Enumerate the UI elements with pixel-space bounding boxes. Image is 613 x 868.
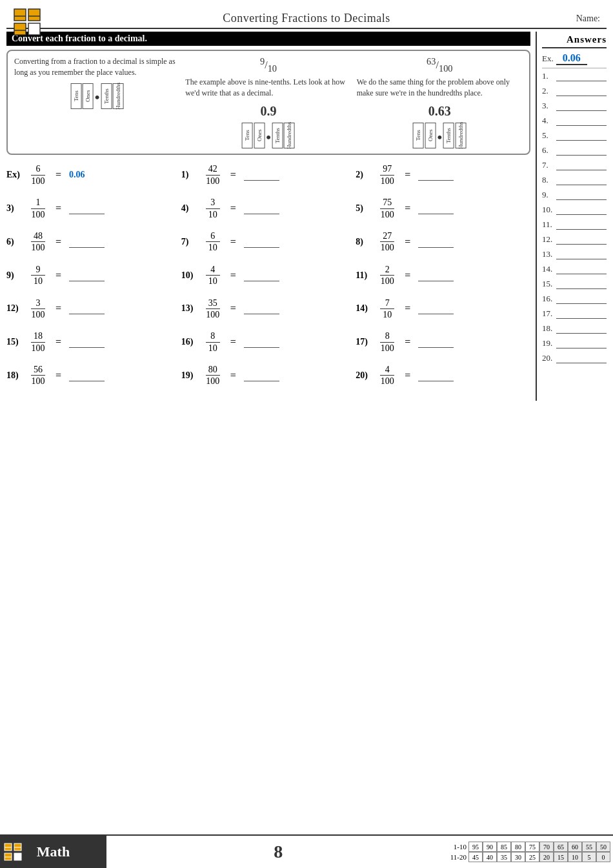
score-cell-r2-5: 20 [539,852,554,862]
answer-line-7: 7. [542,160,607,170]
decimal-display-3: 0 . 6 3 [357,102,523,120]
answer-blank-17 [418,336,454,348]
exp-text-2: The example above is nine-tenths. Lets l… [185,77,351,99]
problem-14: 14) 7 10 = [356,298,530,320]
answer-num-1: 1. [542,71,556,81]
answer-line-1: 1. [542,71,607,81]
footer-math-icon [4,843,22,861]
answer-num-2: 2. [542,86,556,96]
answer-blank-panel-3 [556,101,607,111]
prob-5-label: 5) [356,203,374,214]
exp-text-3: We do the same thing for the problem abo… [357,77,523,99]
score-row1-label: 1-10 [454,843,467,851]
prob-18-label: 18) [6,370,25,381]
problem-8: 8) 27 100 = [356,231,530,253]
problem-19: 19) 80 100 = [181,365,356,387]
prob-20-label: 20) [356,370,374,381]
score-cell-r1-4: 75 [525,842,539,852]
svg-rect-3 [28,23,40,35]
answer-ex-label: Ex. [542,54,554,64]
prob-4-label: 4) [181,203,199,214]
fraction-den-3: 100 [439,63,453,74]
prob-9-label: 9) [6,270,25,281]
fraction-9: 9 10 [31,265,45,287]
problem-18: 18) 56 100 = [6,365,181,387]
answer-line-17: 17. [542,308,607,319]
answer-line-13: 13. [542,249,607,259]
score-cell-r1-0: 95 [468,842,483,852]
prob-12-label: 12) [6,303,25,314]
answer-line-20: 20. [542,353,607,363]
fraction-10: 4 10 [206,265,220,287]
answer-num-17: 17. [542,308,556,319]
answer-blank-9 [69,270,105,281]
prob-19-label: 19) [181,370,199,381]
exp-text-1: Converting from a fraction to a decimal … [14,56,180,78]
answer-blank-panel-1 [556,71,607,81]
fraction-13: 35 100 [206,298,220,320]
prob-16-label: 16) [181,337,199,347]
score-cell-r2-8: 5 [582,852,596,862]
score-cell-r2-1: 40 [483,852,497,862]
answer-blank-panel-12 [556,234,607,245]
fraction-16: 8 10 [206,331,220,353]
answer-line-14: 14. [542,264,607,274]
prob-8-label: 8) [356,237,374,247]
problem-16: 16) 8 10 = [181,331,356,353]
problem-7: 7) 6 10 = [181,231,356,253]
answer-blank-10 [244,270,279,281]
answer-blank-12 [69,303,105,314]
score-cell-r2-0: 45 [468,852,483,862]
exp-col-1: Converting from a fraction to a decimal … [14,56,180,109]
fraction-ex-den: 100 [32,176,45,186]
problem-10: 10) 4 10 = [181,265,356,287]
score-row2-label: 11-20 [450,853,467,861]
fraction-15: 18 100 [31,331,45,353]
main-content: Convert each fraction to a decimal. Conv… [6,32,607,401]
answer-line-15: 15. [542,279,607,289]
prob-13-label: 13) [181,303,199,314]
score-cell-r1-7: 60 [568,842,582,852]
answer-line-11: 11. [542,219,607,230]
score-cell-r2-3: 30 [511,852,525,862]
score-cell-r2-2: 35 [497,852,511,862]
answer-blank-15 [69,336,105,348]
score-cell-r1-2: 85 [497,842,511,852]
score-cell-r1-1: 90 [483,842,497,852]
footer-problem-number: 8 [106,836,450,868]
problem-row-2: 3) 1 100 = 4) 3 [6,197,530,219]
problem-row-4: 9) 9 10 = 10) 4 [6,265,530,287]
answer-num-14: 14. [542,264,556,274]
footer: Math 8 1-10 95908580757065605550 11-20 4… [0,834,613,868]
answer-ex: 0.06 [69,170,95,180]
answer-num-15: 15. [542,279,556,289]
answer-num-16: 16. [542,294,556,304]
prob-15-label: 15) [6,337,25,347]
header: Converting Fractions to Decimals Name: [6,6,607,29]
page-title: Converting Fractions to Decimals [223,12,390,25]
problem-row-5: 12) 3 100 = 13) 35 [6,298,530,320]
svg-rect-10 [14,853,21,860]
fraction-5: 75 100 [380,197,394,219]
footer-score-table: 1-10 95908580757065605550 11-20 45403530… [450,836,613,868]
answer-num-10: 10. [542,205,556,215]
answer-line-9: 9. [542,190,607,200]
footer-math-label: Math [37,843,70,860]
answer-blank-panel-2 [556,86,607,96]
score-cell-r1-3: 80 [511,842,525,852]
score-row-2: 11-20 454035302520151050 [450,852,610,862]
answer-blank-20 [418,370,454,381]
pv-box-tens: Tens [71,83,82,109]
problem-3: 3) 1 100 = [6,197,181,219]
pv-label-tens: Tens [71,83,82,109]
score-cell-r1-9: 50 [596,842,610,852]
answer-line-2: 2. [542,86,607,96]
prob-ex-label: Ex) [6,170,25,180]
footer-math: Math [0,836,106,868]
prob-7-label: 7) [181,237,199,247]
answer-blank-panel-4 [556,116,607,126]
place-value-diagram-1: Tens Ones • Tenths Hundredths [14,83,180,109]
answer-line-19: 19. [542,338,607,348]
answer-ex-value: 0.06 [556,52,587,65]
problem-row-6: 15) 18 100 = 16) 8 [6,331,530,353]
